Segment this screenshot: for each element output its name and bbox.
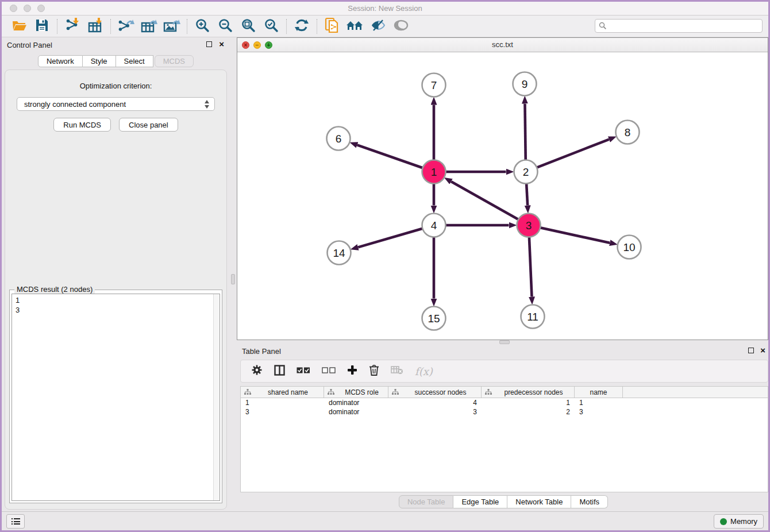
toolbar-separator [317,19,317,34]
main-titlebar: Session: New Session [2,2,768,16]
column-header-successor-nodes[interactable]: successor nodes [388,387,482,398]
node-label-4: 4 [431,219,437,232]
criterion-dropdown[interactable]: strongly connected component [17,97,215,111]
search-box[interactable] [595,19,763,33]
column-header-predecessor-nodes[interactable]: predecessor nodes [482,387,575,398]
control-panel-header: Control Panel × [2,37,230,52]
edge-1-6[interactable] [357,145,423,168]
delete-columns-button[interactable] [369,364,379,378]
column-header-shared-name[interactable]: shared name [241,387,324,398]
home-button[interactable] [344,18,367,35]
application-window: Session: New Session Control Panel × Net… [0,0,770,532]
memory-label: Memory [730,517,757,526]
network-title: scc.txt [237,40,768,49]
open-session-button[interactable] [7,18,30,35]
export-network-button[interactable] [114,18,137,35]
clone-network-button[interactable] [321,18,344,35]
column-header-MCDS-role[interactable]: MCDS role [324,387,388,398]
export-table-button[interactable] [137,18,160,35]
network-canvas[interactable]: 7968124314101511 [237,52,768,340]
tab-motifs[interactable]: Motifs [571,495,608,508]
search-input[interactable] [607,22,762,30]
import-network-button[interactable] [61,18,84,35]
table-tabs: Node TableEdge TableNetwork TableMotifs [237,495,770,508]
select-all-icon [297,366,310,376]
tab-network-table[interactable]: Network Table [507,495,571,508]
show-graphics-details-button[interactable] [390,18,413,35]
zoom-fit-button[interactable] [237,18,260,35]
table-settings-button[interactable] [251,364,263,378]
table-float-panel-icon[interactable] [748,348,754,353]
tab-select[interactable]: Select [116,55,153,67]
save-session-button[interactable] [30,18,53,35]
deselect-all-button[interactable] [322,366,336,376]
zoom-fit-icon [241,18,256,35]
cell-name[interactable]: 1 [575,398,623,407]
column-type-icon [328,389,334,395]
delete-table-button [391,365,403,377]
hide-graphics-details-icon [370,18,386,35]
table-toolbar: f(x) [240,360,768,383]
export-image-icon [163,18,181,35]
import-table-icon [87,17,103,35]
hide-graphics-details-button[interactable] [367,18,390,35]
cell-MCDS-role[interactable]: dominator [324,398,388,407]
cell-shared-name[interactable]: 3 [241,407,324,417]
cell-predecessor-nodes[interactable]: 1 [482,398,575,407]
result-scrollbar[interactable] [213,294,220,500]
tab-edge-table[interactable]: Edge Table [453,495,507,508]
toolbar-separator [110,19,111,34]
add-column-button[interactable] [347,365,357,377]
close-panel-button[interactable]: Close panel [119,118,178,132]
table-body: 1dominator4113dominator323 [241,398,768,417]
task-list-icon [11,518,20,525]
memory-button[interactable]: Memory [714,514,764,529]
import-table-button[interactable] [84,18,107,35]
node-label-9: 9 [522,78,528,90]
tab-node-table[interactable]: Node Table [399,495,454,508]
edge-2-9[interactable] [525,103,525,160]
table-row[interactable]: 1dominator411 [241,398,768,407]
tab-mcds[interactable]: MCDS [155,55,194,67]
cell-predecessor-nodes[interactable]: 2 [482,407,575,417]
apply-layout-button[interactable] [290,18,313,35]
table-panel-header: Table Panel × [237,344,770,358]
cell-name[interactable]: 3 [575,407,623,417]
close-panel-icon[interactable]: × [219,39,224,49]
zoom-in-button[interactable] [191,18,214,35]
zoom-selected-button[interactable] [260,18,283,35]
control-panel: Control Panel × NetworkStyleSelectMCDS O… [2,37,230,512]
vertical-splitter[interactable] [230,37,237,512]
table-row[interactable]: 3dominator323 [241,407,768,417]
cell-MCDS-role[interactable]: dominator [324,407,388,417]
edge-3-11[interactable] [529,237,532,296]
network-window-titlebar: × − + scc.txt [237,38,768,52]
show-columns-button[interactable] [274,365,285,378]
cell-shared-name[interactable]: 1 [241,398,324,407]
edge-2-3[interactable] [526,183,528,205]
select-all-button[interactable] [297,366,310,376]
column-header-name[interactable]: name [575,387,623,398]
edge-3-10[interactable] [540,228,610,242]
mcds-panel: Optimization criterion: strongly connect… [5,70,227,510]
table-close-panel-icon[interactable]: × [760,345,765,355]
tab-style[interactable]: Style [83,55,116,67]
zoom-out-button[interactable] [214,18,237,35]
toolbar-separator [286,19,287,34]
tab-network[interactable]: Network [38,55,83,67]
export-network-icon [117,18,135,35]
show-graphics-details-icon [393,18,409,35]
edge-4-14[interactable] [358,229,422,248]
mcds-result-textarea[interactable]: 13 [11,294,220,501]
search-icon [599,22,607,30]
node-label-11: 11 [527,311,538,323]
cell-successor-nodes[interactable]: 4 [388,398,482,407]
edge-3-1[interactable] [451,182,518,219]
float-panel-icon[interactable] [206,41,212,47]
run-mcds-button[interactable]: Run MCDS [53,118,111,132]
zoom-in-icon [195,18,210,35]
export-image-button[interactable] [160,18,183,35]
task-history-button[interactable] [6,514,25,529]
edge-2-8[interactable] [537,140,609,168]
cell-successor-nodes[interactable]: 3 [388,407,482,417]
